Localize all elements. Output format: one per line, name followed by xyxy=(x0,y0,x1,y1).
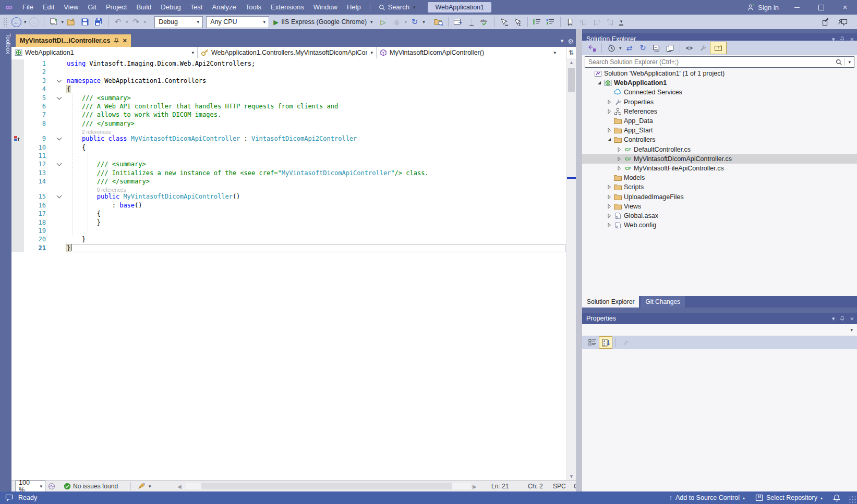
tree-item-references[interactable]: References xyxy=(582,107,857,116)
menu-extensions[interactable]: Extensions xyxy=(266,3,309,11)
code-line-16[interactable]: 16 : base() xyxy=(11,201,576,210)
search-options-dropdown[interactable]: ▾ xyxy=(847,59,852,65)
menu-edit[interactable]: Edit xyxy=(38,3,59,11)
code-text[interactable]: /// A Web API controller that handles HT… xyxy=(67,102,576,110)
solution-configurations-combo[interactable]: Debug ▾ xyxy=(154,16,203,28)
categorized-button[interactable] xyxy=(586,337,599,348)
expanded-arrow-icon[interactable] xyxy=(595,80,603,85)
search-icon[interactable] xyxy=(836,59,842,66)
menu-window[interactable]: Window xyxy=(309,3,342,11)
alphabetical-sort-button[interactable]: AZ xyxy=(599,336,612,349)
column-indicator[interactable]: Ch: 2 xyxy=(528,481,543,492)
tree-item-properties[interactable]: Properties xyxy=(582,97,857,107)
view-code-button[interactable]: <> xyxy=(683,42,696,54)
tree-item-app-start[interactable]: App_Start xyxy=(582,126,857,135)
navbar-member-combo[interactable]: MyVintasoftDicomApiController() ▾ xyxy=(377,47,559,58)
tree-item-models[interactable]: Models xyxy=(582,173,857,182)
code-text[interactable]: } xyxy=(67,244,576,252)
new-project-button[interactable] xyxy=(47,16,61,28)
code-line-21[interactable]: 21} xyxy=(11,244,576,252)
fold-margin[interactable] xyxy=(53,160,67,168)
code-line-9[interactable]: 9 public class MyVintasoftDicomApiContro… xyxy=(11,134,576,143)
h-scroll-right-icon[interactable]: ▶ xyxy=(473,481,477,492)
properties-header[interactable]: Properties ▾ × xyxy=(582,313,857,324)
restart-dropdown[interactable]: ▾ xyxy=(421,19,426,24)
code-line-17[interactable]: 17 { xyxy=(11,210,576,218)
properties-grid[interactable] xyxy=(582,349,857,491)
fold-chevron-icon[interactable] xyxy=(57,94,62,100)
health-indicator-icon[interactable] xyxy=(48,481,55,492)
code-text[interactable] xyxy=(67,68,576,76)
dock-tab-solution-explorer[interactable]: Solution Explorer xyxy=(582,296,639,308)
clear-bookmarks-button[interactable] xyxy=(604,16,618,28)
code-line-14[interactable]: 14 /// </summary> xyxy=(11,177,576,186)
show-all-files-button[interactable] xyxy=(663,42,677,54)
code-text[interactable]: { xyxy=(67,143,576,152)
menu-analyze[interactable]: Analyze xyxy=(207,3,240,11)
share-icon[interactable] xyxy=(822,18,831,26)
navbar-type-combo[interactable]: WebApplication1.Controllers.MyVintasoftD… xyxy=(198,47,377,58)
next-bookmark-button[interactable] xyxy=(590,16,604,28)
tree-item-web-config[interactable]: Web.config xyxy=(582,220,857,230)
solution-explorer-search-box[interactable]: ▾ xyxy=(585,56,854,68)
collapsed-arrow-icon[interactable] xyxy=(605,204,613,209)
new-project-dropdown[interactable]: ▾ xyxy=(61,19,65,24)
code-text[interactable]: /// <summary> xyxy=(67,160,576,168)
code-line-18[interactable]: 18 } xyxy=(11,218,576,227)
code-cleanup-button[interactable]: ▾ xyxy=(138,481,152,492)
start-debugging-button[interactable]: ▶ IIS Express (Google Chrome) ▾ xyxy=(271,16,376,28)
redo-dropdown[interactable]: ▾ xyxy=(143,19,148,24)
scrollbar-thumb[interactable] xyxy=(201,483,452,489)
editor-vertical-scrollbar[interactable]: ▲ ▼ xyxy=(566,58,576,480)
filter-dropdown[interactable]: ▾ xyxy=(618,45,623,51)
menu-project[interactable]: Project xyxy=(101,3,131,11)
go-to-definition-button[interactable] xyxy=(511,16,525,28)
solution-name-badge[interactable]: WebApplication1 xyxy=(428,2,491,13)
code-line-15[interactable]: 15 public MyVintasoftDicomApiController(… xyxy=(11,192,576,201)
go-to-last-edit-button[interactable] xyxy=(498,16,511,28)
tree-item-myvintasoftfileapicontroller-cs[interactable]: C#MyVintasoftFileApiController.cs xyxy=(582,164,857,173)
toolbar-overflow-button[interactable]: ▾ xyxy=(619,19,624,26)
window-position-dropdown-icon[interactable]: ▾ xyxy=(832,315,835,322)
undo-dropdown[interactable]: ▾ xyxy=(125,19,129,24)
tree-item-connected-services[interactable]: Connected Services xyxy=(582,88,857,97)
menu-view[interactable]: View xyxy=(59,3,83,11)
line-indicator[interactable]: Ln: 21 xyxy=(491,481,509,492)
dock-splitter[interactable] xyxy=(576,29,582,491)
fold-margin[interactable] xyxy=(53,94,67,102)
undo-button[interactable]: ↶ xyxy=(111,16,125,28)
inheritance-margin-icon[interactable] xyxy=(14,136,20,143)
fold-chevron-icon[interactable] xyxy=(57,161,62,166)
code-text[interactable]: /// </summary> xyxy=(67,119,576,128)
redo-button[interactable]: ↷ xyxy=(129,16,143,28)
h-scroll-left-icon[interactable]: ◀ xyxy=(177,481,182,492)
code-line-5[interactable]: 5 /// <summary> xyxy=(11,94,576,102)
navigate-home-button[interactable] xyxy=(451,16,465,28)
code-line-8[interactable]: 8 /// </summary> xyxy=(11,119,576,128)
collapsed-arrow-icon[interactable] xyxy=(605,194,613,200)
split-window-button[interactable]: ⇅ xyxy=(566,47,576,58)
close-icon[interactable]: × xyxy=(850,315,854,323)
dock-tab-git-changes[interactable]: Git Changes xyxy=(641,296,685,308)
fold-chevron-icon[interactable] xyxy=(57,193,62,199)
fold-chevron-icon[interactable] xyxy=(57,136,62,141)
hot-reload-button[interactable] xyxy=(390,16,404,28)
menu-file[interactable]: File xyxy=(18,3,38,11)
scrollbar-thumb[interactable] xyxy=(568,68,575,92)
tree-item-controllers[interactable]: Controllers xyxy=(582,135,857,144)
sync-with-active-document-button[interactable]: ⇄ xyxy=(623,42,636,54)
menu-debug[interactable]: Debug xyxy=(156,3,185,11)
tree-item-solution-webapplication1-1-of-1-project[interactable]: Solution 'WebApplication1' (1 of 1 proje… xyxy=(582,69,857,78)
code-text[interactable]: using Vintasoft.Imaging.Dicom.Web.Api2Co… xyxy=(67,59,576,68)
spell-check-button[interactable]: abc xyxy=(478,16,492,28)
solution-platforms-combo[interactable]: Any CPU ▾ xyxy=(206,16,269,28)
toggle-whitespace-button[interactable] xyxy=(465,16,478,28)
tree-item-webapplication1[interactable]: WebApplication1 xyxy=(582,78,857,88)
space-mode-indicator[interactable]: SPC xyxy=(553,481,566,492)
save-button[interactable] xyxy=(78,16,92,28)
collapsed-arrow-icon[interactable] xyxy=(615,147,623,152)
find-in-files-button[interactable] xyxy=(432,16,445,28)
tree-item-global-asax[interactable]: Global.asax xyxy=(582,211,857,220)
add-to-source-control-button[interactable]: ↑ Add to Source Control ▴ xyxy=(664,491,750,504)
fold-margin[interactable] xyxy=(53,77,67,85)
